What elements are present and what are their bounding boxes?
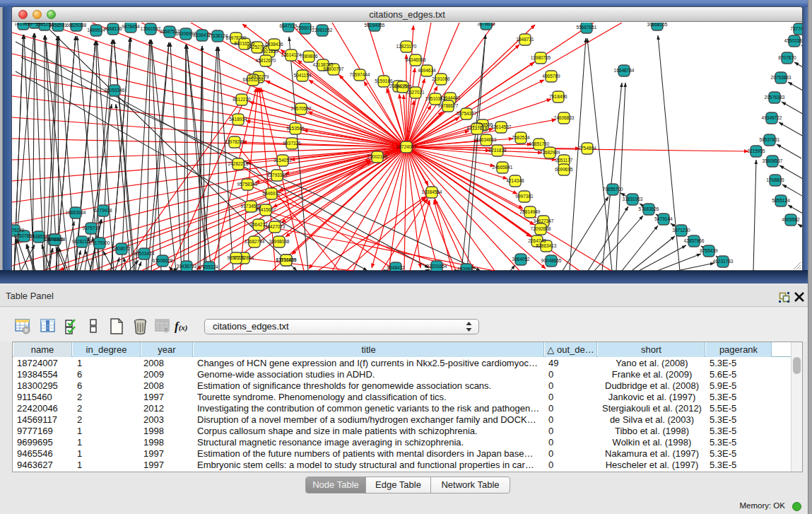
svg-text:83793389: 83793389: [267, 173, 288, 177]
svg-text:90048665: 90048665: [541, 258, 562, 263]
svg-text:20576383: 20576383: [765, 95, 785, 100]
svg-text:41944441: 41944441: [440, 95, 461, 100]
svg-text:6099695: 6099695: [555, 167, 573, 172]
svg-text:13561597: 13561597: [141, 26, 161, 31]
svg-text:5159166: 5159166: [375, 78, 393, 83]
svg-text:66629388: 66629388: [66, 23, 87, 28]
svg-text:8755439: 8755439: [700, 248, 718, 253]
svg-text:9153566: 9153566: [286, 126, 305, 131]
svg-text:26753883: 26753883: [771, 75, 792, 80]
svg-text:7377459: 7377459: [790, 26, 802, 31]
svg-text:6647119: 6647119: [280, 23, 298, 28]
svg-text:8231838: 8231838: [488, 148, 507, 153]
svg-text:2191066: 2191066: [432, 76, 450, 81]
svg-text:19384554: 19384554: [422, 189, 442, 194]
svg-text:4694634: 4694634: [418, 68, 436, 73]
svg-text:5855124: 5855124: [772, 198, 790, 203]
svg-text:47338124: 47338124: [208, 33, 228, 38]
svg-text:70855700: 70855700: [603, 187, 623, 192]
svg-text:9375710: 9375710: [82, 226, 100, 230]
svg-text:72092888: 72092888: [531, 226, 551, 231]
svg-text:89978790: 89978790: [226, 35, 247, 40]
svg-text:63606628: 63606628: [153, 258, 173, 263]
svg-text:12823170: 12823170: [396, 44, 417, 49]
svg-text:58537831: 58537831: [760, 137, 780, 142]
svg-text:3154051: 3154051: [273, 158, 292, 163]
svg-text:36998038: 36998038: [269, 239, 290, 244]
svg-text:46231783: 46231783: [713, 259, 734, 264]
svg-text:45812670: 45812670: [256, 58, 276, 63]
svg-text:23002195: 23002195: [367, 154, 388, 159]
svg-text:4905582: 4905582: [782, 217, 800, 222]
svg-text:18724007: 18724007: [396, 144, 417, 149]
svg-text:64634663: 64634663: [476, 137, 497, 142]
svg-text:28740864: 28740864: [45, 237, 66, 242]
svg-text:8612220: 8612220: [233, 97, 251, 102]
svg-text:2839607: 2839607: [457, 267, 476, 271]
svg-text:24282218: 24282218: [228, 161, 249, 166]
svg-text:9857771: 9857771: [227, 255, 245, 260]
svg-text:2651177: 2651177: [555, 158, 573, 163]
svg-text:4214348: 4214348: [506, 178, 524, 183]
svg-text:29175900: 29175900: [90, 240, 110, 245]
svg-text:16648784: 16648784: [614, 68, 635, 73]
svg-text:70597444: 70597444: [350, 72, 370, 77]
svg-text:9997381: 9997381: [515, 194, 534, 199]
svg-text:68800797: 68800797: [324, 66, 344, 71]
svg-text:6438436: 6438436: [265, 42, 283, 47]
svg-text:2458591: 2458591: [49, 23, 67, 28]
svg-text:13716485: 13716485: [276, 257, 297, 262]
svg-text:2582524: 2582524: [512, 135, 530, 140]
svg-text:42614537: 42614537: [491, 124, 512, 129]
svg-text:7455324: 7455324: [200, 264, 218, 269]
svg-text:9937326: 9937326: [283, 141, 301, 146]
svg-text:1768805: 1768805: [766, 177, 784, 182]
svg-text:1848731: 1848731: [516, 37, 534, 42]
svg-text:38427073: 38427073: [265, 224, 286, 229]
svg-text:95758349: 95758349: [237, 182, 258, 187]
svg-text:84346088: 84346088: [406, 57, 426, 62]
svg-text:8707870: 8707870: [778, 55, 796, 60]
svg-text:2921859: 2921859: [260, 49, 278, 54]
svg-text:6279418: 6279418: [94, 208, 112, 213]
svg-text:39476249: 39476249: [12, 228, 25, 233]
svg-text:83863413: 83863413: [536, 243, 557, 248]
svg-text:99788677: 99788677: [438, 103, 459, 108]
svg-text:56164955: 56164955: [365, 23, 385, 28]
svg-text:4965789: 4965789: [542, 74, 560, 78]
svg-text:35808537: 35808537: [763, 158, 783, 163]
svg-text:4668136: 4668136: [104, 26, 122, 31]
svg-text:74606833: 74606833: [554, 115, 575, 120]
svg-text:5446912: 5446912: [262, 191, 281, 196]
svg-text:4841005: 4841005: [394, 84, 412, 89]
svg-text:20053346: 20053346: [105, 88, 125, 93]
svg-text:67503414: 67503414: [134, 251, 155, 256]
svg-text:38754377: 38754377: [457, 111, 477, 116]
svg-text:57683626: 57683626: [639, 206, 659, 211]
svg-text:7754864: 7754864: [578, 146, 596, 151]
svg-text:22201654: 22201654: [427, 264, 447, 269]
svg-text:5408072: 5408072: [112, 246, 131, 251]
svg-text:5479144: 5479144: [654, 216, 673, 221]
svg-text:55667651: 55667651: [577, 25, 597, 30]
svg-text:39436733: 39436733: [177, 264, 197, 269]
svg-text:42857966: 42857966: [684, 238, 705, 243]
svg-text:31682744: 31682744: [245, 239, 265, 244]
svg-text:5418934: 5418934: [229, 117, 247, 122]
svg-text:45503389: 45503389: [784, 38, 802, 43]
svg-text:3684052: 3684052: [512, 257, 530, 262]
svg-text:9478454: 9478454: [122, 24, 140, 29]
svg-text:24665841: 24665841: [493, 165, 513, 170]
svg-text:22981052: 22981052: [312, 28, 333, 33]
svg-text:2264748: 2264748: [528, 238, 546, 243]
svg-text:30868105: 30868105: [647, 23, 668, 27]
svg-text:7089806: 7089806: [300, 54, 318, 59]
svg-text:9548432: 9548432: [387, 265, 405, 270]
svg-text:3678638: 3678638: [477, 23, 495, 26]
svg-text:7818496: 7818496: [549, 94, 567, 99]
svg-text:12614124: 12614124: [281, 52, 302, 57]
svg-text:1499914: 1499914: [87, 28, 105, 33]
svg-text:49349722: 49349722: [762, 115, 782, 120]
svg-text:1527021: 1527021: [406, 90, 425, 95]
svg-text:20570592: 20570592: [291, 106, 312, 111]
